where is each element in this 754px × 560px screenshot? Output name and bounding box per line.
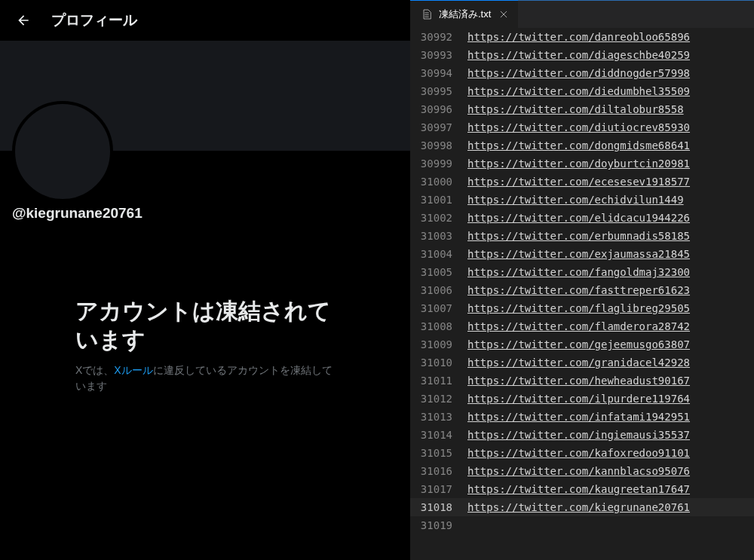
x-rules-link[interactable]: Xルール: [114, 364, 152, 376]
editor-line[interactable]: 31012https://twitter.com/ilpurdere119764: [410, 390, 754, 408]
avatar-container: [0, 151, 410, 196]
file-text-icon: [421, 8, 433, 20]
line-number: 31003: [410, 227, 467, 245]
page-title: プロフィール: [51, 11, 137, 30]
editor-line[interactable]: 30993https://twitter.com/diageschbe40259: [410, 46, 754, 64]
line-number: 31008: [410, 317, 467, 335]
line-content: https://twitter.com/hewheadust90167: [467, 372, 690, 390]
editor-line[interactable]: 31008https://twitter.com/flamderora28742: [410, 317, 754, 335]
line-number: 30997: [410, 118, 467, 136]
line-content: https://twitter.com/infatami1942951: [467, 408, 690, 426]
line-number: 30998: [410, 136, 467, 155]
line-content: https://twitter.com/ingiemausi35537: [467, 426, 690, 444]
arrow-left-icon: [16, 13, 31, 28]
line-content: https://twitter.com/ilpurdere119764: [467, 390, 690, 408]
line-content: https://twitter.com/gejeemusgo63807: [467, 335, 690, 353]
line-content: https://twitter.com/dongmidsme68641: [467, 136, 690, 155]
line-content: https://twitter.com/fangoldmaj32300: [467, 263, 690, 281]
line-number: 31007: [410, 299, 467, 317]
editor-tabbar: 凍結済み.txt: [410, 1, 754, 28]
tab-close-button[interactable]: [497, 8, 510, 21]
suspended-title: アカウントは凍結されています: [75, 297, 335, 353]
line-content: https://twitter.com/danreobloo65896: [467, 28, 690, 46]
profile-header: プロフィール: [0, 0, 410, 41]
line-content: https://twitter.com/doyburtcin20981: [467, 155, 690, 173]
line-number: 31011: [410, 372, 467, 390]
suspended-block: アカウントは凍結されています Xでは、Xルールに違反しているアカウントを凍結して…: [0, 222, 410, 394]
line-number: 31018: [410, 498, 467, 516]
profile-handle: @kiegrunane20761: [12, 205, 398, 222]
editor-line[interactable]: 30992https://twitter.com/danreobloo65896: [410, 28, 754, 46]
editor-line[interactable]: 31005https://twitter.com/fangoldmaj32300: [410, 263, 754, 281]
editor-line[interactable]: 31014https://twitter.com/ingiemausi35537: [410, 426, 754, 444]
line-content: https://twitter.com/exjaumassa21845: [467, 245, 690, 263]
line-content: https://twitter.com/kafoxredoo91101: [467, 444, 690, 462]
editor-line[interactable]: 31019: [410, 516, 754, 534]
editor-line[interactable]: 31004https://twitter.com/exjaumassa21845: [410, 245, 754, 263]
editor-body[interactable]: 30992https://twitter.com/danreobloo65896…: [410, 28, 754, 560]
editor-line[interactable]: 31006https://twitter.com/fasttreper61623: [410, 281, 754, 299]
line-number: 31004: [410, 245, 467, 263]
close-icon: [498, 9, 509, 20]
editor-line[interactable]: 31010https://twitter.com/granidacel42928: [410, 353, 754, 372]
line-content: https://twitter.com/diutiocrev85930: [467, 118, 690, 136]
editor-line[interactable]: 30994https://twitter.com/diddnogder57998: [410, 64, 754, 82]
line-content: https://twitter.com/elidcacu1944226: [467, 209, 690, 227]
editor-line[interactable]: 30995https://twitter.com/diedumbhel35509: [410, 82, 754, 100]
line-content: https://twitter.com/ecesesev1918577: [467, 173, 690, 191]
editor-line[interactable]: 31011https://twitter.com/hewheadust90167: [410, 372, 754, 390]
avatar: [12, 101, 113, 202]
line-content: https://twitter.com/echidvilun1449: [467, 191, 684, 209]
line-content: https://twitter.com/flamderora28742: [467, 317, 690, 335]
line-content: https://twitter.com/kannblacso95076: [467, 462, 690, 480]
line-content: https://twitter.com/fasttreper61623: [467, 281, 690, 299]
editor-pane: 凍結済み.txt 30992https://twitter.com/danreo…: [410, 0, 754, 560]
line-number: 31016: [410, 462, 467, 480]
line-number: 31001: [410, 191, 467, 209]
line-number: 31005: [410, 263, 467, 281]
suspended-msg-before: Xでは、: [75, 364, 114, 376]
editor-line[interactable]: 31009https://twitter.com/gejeemusgo63807: [410, 335, 754, 353]
editor-line[interactable]: 31018https://twitter.com/kiegrunane20761: [410, 498, 754, 516]
tab-active-indicator: [410, 0, 518, 1]
editor-line[interactable]: 30996https://twitter.com/diltalobur8558: [410, 100, 754, 118]
editor-line[interactable]: 31013https://twitter.com/infatami1942951: [410, 408, 754, 426]
line-number: 31012: [410, 390, 467, 408]
editor-line[interactable]: 30998https://twitter.com/dongmidsme68641: [410, 136, 754, 155]
line-number: 31015: [410, 444, 467, 462]
editor-line[interactable]: 31015https://twitter.com/kafoxredoo91101: [410, 444, 754, 462]
line-content: https://twitter.com/flaglibreg29505: [467, 299, 690, 317]
editor-line[interactable]: 31016https://twitter.com/kannblacso95076: [410, 462, 754, 480]
line-content: https://twitter.com/granidacel42928: [467, 353, 690, 372]
editor-line[interactable]: 30997https://twitter.com/diutiocrev85930: [410, 118, 754, 136]
editor-lines: 30992https://twitter.com/danreobloo65896…: [410, 28, 754, 560]
line-number: 30993: [410, 46, 467, 64]
editor-line[interactable]: 31000https://twitter.com/ecesesev1918577: [410, 173, 754, 191]
editor-tab[interactable]: 凍結済み.txt: [410, 1, 519, 28]
line-number: 31017: [410, 480, 467, 498]
line-content: https://twitter.com/erbumnadis58185: [467, 227, 690, 245]
editor-line[interactable]: 31003https://twitter.com/erbumnadis58185: [410, 227, 754, 245]
line-number: 30996: [410, 100, 467, 118]
editor-line[interactable]: 31007https://twitter.com/flaglibreg29505: [410, 299, 754, 317]
editor-line[interactable]: 30999https://twitter.com/doyburtcin20981: [410, 155, 754, 173]
line-content: https://twitter.com/diddnogder57998: [467, 64, 690, 82]
editor-line[interactable]: 31017https://twitter.com/kaugreetan17647: [410, 480, 754, 498]
line-number: 31019: [410, 516, 467, 534]
line-number: 31014: [410, 426, 467, 444]
editor-line[interactable]: 31001https://twitter.com/echidvilun1449: [410, 191, 754, 209]
line-number: 30995: [410, 82, 467, 100]
line-content: https://twitter.com/diedumbhel35509: [467, 82, 690, 100]
line-number: 31000: [410, 173, 467, 191]
line-number: 30994: [410, 64, 467, 82]
line-content: https://twitter.com/diageschbe40259: [467, 46, 690, 64]
line-number: 30999: [410, 155, 467, 173]
line-number: 31009: [410, 335, 467, 353]
back-button[interactable]: [11, 8, 36, 33]
suspended-message: Xでは、Xルールに違反しているアカウントを凍結しています: [75, 363, 335, 394]
line-content: https://twitter.com/diltalobur8558: [467, 100, 684, 118]
editor-line[interactable]: 31002https://twitter.com/elidcacu1944226: [410, 209, 754, 227]
line-number: 30992: [410, 28, 467, 46]
x-profile-pane: プロフィール @kiegrunane20761 アカウントは凍結されています X…: [0, 0, 410, 560]
line-number: 31010: [410, 353, 467, 372]
